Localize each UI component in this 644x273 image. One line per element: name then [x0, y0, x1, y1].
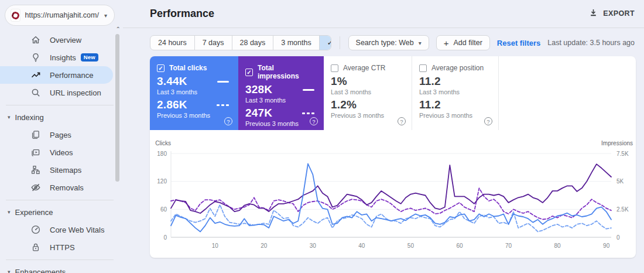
sidebar-item-label: Videos	[50, 148, 73, 157]
date-range-7-days[interactable]: 7 days	[195, 36, 232, 50]
metric-current-period: Last 3 months	[245, 97, 317, 104]
metric-previous-value: 2.86K	[157, 98, 187, 111]
sidebar-item-label: Core Web Vitals	[50, 226, 104, 234]
date-range-28-days[interactable]: 28 days	[232, 36, 274, 50]
svg-text:Clicks: Clicks	[155, 140, 171, 146]
export-label: EXPORT	[603, 9, 635, 18]
performance-chart-svg: 06012018002.5K5K7.5K102030405060708090Cl…	[152, 139, 633, 252]
add-filter-button[interactable]: + Add filter	[436, 35, 490, 50]
filter-bar: 24 hours 7 days 28 days 3 months ✓ Compa…	[123, 28, 644, 50]
svg-text:0: 0	[616, 234, 620, 241]
sidebar-item-label: URL inspection	[50, 88, 101, 97]
download-icon	[589, 8, 598, 19]
sidebar-item-label: HTTPS	[50, 243, 75, 252]
help-icon[interactable]: ?	[310, 117, 318, 125]
property-selector[interactable]: https://rumahjahit.com/ ▾	[5, 5, 115, 26]
sidebar-item-core-web-vitals[interactable]: Core Web Vitals	[0, 221, 113, 238]
metric-previous-period: Previous 3 months	[157, 112, 231, 119]
sidebar-item-label: Insights	[50, 53, 76, 62]
sidebar-section-experience[interactable]: ▾ Experience	[0, 203, 123, 221]
search-icon	[30, 87, 41, 98]
metric-current-value: 1%	[331, 75, 347, 88]
metric-label: Total impressions	[258, 64, 317, 80]
reset-filters-button[interactable]: Reset filters	[497, 39, 540, 47]
sidebar-section-indexing[interactable]: ▾ Indexing	[0, 108, 123, 126]
metric-current-period: Last 3 months	[157, 88, 231, 95]
divider	[6, 200, 114, 200]
svg-text:5K: 5K	[616, 178, 624, 185]
help-icon[interactable]: ?	[484, 117, 492, 125]
sidebar-nav: Overview Insights New Performance URL in…	[0, 26, 123, 273]
cards-row-filler	[498, 56, 636, 130]
metric-label: Average position	[431, 64, 484, 72]
new-badge: New	[81, 53, 98, 62]
svg-text:60: 60	[456, 243, 463, 249]
sidebar-item-removals[interactable]: Removals	[0, 179, 113, 196]
chevron-down-icon: ▾	[104, 12, 107, 19]
metric-current-value: 328K	[245, 83, 272, 96]
search-type-filter[interactable]: Search type: Web ▾	[348, 35, 429, 50]
svg-text:50: 50	[407, 243, 415, 249]
solid-line-legend-icon	[217, 81, 229, 83]
checkbox-unchecked-icon[interactable]	[419, 64, 427, 72]
video-icon	[30, 147, 41, 158]
svg-text:90: 90	[603, 243, 610, 249]
export-button[interactable]: EXPORT	[589, 8, 635, 19]
plus-icon: +	[444, 38, 449, 48]
sidebar-item-insights[interactable]: Insights New	[0, 49, 113, 66]
metric-previous-period: Previous 3 months	[245, 120, 317, 127]
metric-previous-value: 11.2	[419, 98, 441, 111]
add-filter-label: Add filter	[454, 39, 482, 47]
section-label: Enhancements	[15, 268, 66, 273]
metric-label: Total clicks	[169, 64, 207, 72]
chevron-down-icon: ▾	[8, 269, 11, 273]
solid-line-legend-icon	[303, 89, 314, 91]
sidebar-item-performance[interactable]: Performance	[0, 66, 113, 84]
metric-current-value: 11.2	[419, 75, 441, 88]
sidebar-item-videos[interactable]: Videos	[0, 144, 113, 161]
svg-text:10: 10	[212, 243, 219, 249]
lock-icon	[30, 242, 41, 252]
date-range-3-months[interactable]: 3 months	[273, 36, 319, 50]
sidebar-item-https[interactable]: HTTPS	[0, 238, 113, 256]
compare-toggle[interactable]: ✓ Compare	[320, 36, 331, 50]
site-favicon-icon	[11, 9, 20, 21]
performance-icon	[30, 70, 41, 80]
help-icon[interactable]: ?	[398, 117, 406, 125]
metric-cards-row: ✓ Total clicks 3.44K Last 3 months 2.86K…	[150, 56, 636, 130]
svg-text:40: 40	[358, 243, 365, 249]
performance-panel: ✓ Total clicks 3.44K Last 3 months 2.86K…	[150, 56, 636, 258]
metric-previous-period: Previous 3 months	[331, 112, 405, 119]
date-range-24-hours[interactable]: 24 hours	[150, 36, 195, 50]
sidebar-item-url-inspection[interactable]: URL inspection	[0, 84, 113, 101]
main-header: Performance EXPORT	[123, 0, 644, 28]
sidebar-item-sitemaps[interactable]: Sitemaps	[0, 161, 113, 179]
svg-text:20: 20	[261, 243, 268, 249]
sidebar-item-overview[interactable]: Overview	[0, 31, 113, 49]
sidebar-item-label: Removals	[50, 183, 84, 192]
property-url: https://rumahjahit.com/	[25, 11, 99, 19]
metric-previous-period: Previous 3 months	[419, 112, 491, 119]
gauge-icon	[30, 224, 41, 235]
metric-current-value: 3.44K	[157, 75, 187, 88]
sidebar-item-label: Sitemaps	[50, 166, 81, 175]
svg-text:80: 80	[554, 243, 561, 249]
checkbox-unchecked-icon[interactable]	[331, 64, 338, 72]
total-clicks-card[interactable]: ✓ Total clicks 3.44K Last 3 months 2.86K…	[150, 56, 238, 130]
checkbox-checked-icon[interactable]: ✓	[157, 64, 165, 72]
svg-text:120: 120	[157, 178, 167, 185]
svg-text:180: 180	[157, 151, 167, 157]
checkbox-checked-icon[interactable]: ✓	[245, 69, 253, 76]
average-ctr-card[interactable]: Average CTR 1% Last 3 months 1.2% Previo…	[324, 56, 412, 130]
average-position-card[interactable]: Average position 11.2 Last 3 months 11.2…	[412, 56, 498, 130]
date-range-filter: 24 hours 7 days 28 days 3 months ✓ Compa…	[150, 35, 331, 50]
sidebar-section-enhancements[interactable]: ▾ Enhancements	[0, 263, 123, 273]
help-icon[interactable]: ?	[224, 117, 232, 125]
svg-text:70: 70	[505, 243, 512, 249]
total-impressions-card[interactable]: ✓ Total impressions 328K Last 3 months 2…	[238, 56, 324, 130]
divider	[340, 36, 340, 49]
sidebar-item-pages[interactable]: Pages	[0, 126, 113, 144]
divider	[6, 260, 114, 260]
last-update-text: Last update: 3.5 hours ago	[547, 39, 635, 47]
svg-text:30: 30	[310, 243, 317, 249]
